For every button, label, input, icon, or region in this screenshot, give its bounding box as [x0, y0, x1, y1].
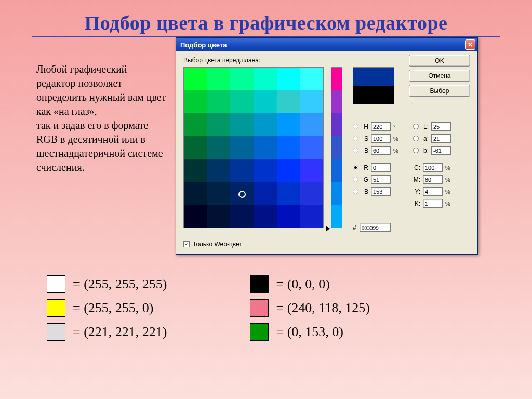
radio-g[interactable]	[353, 177, 358, 182]
palette-swatch[interactable]	[300, 182, 323, 205]
palette-swatch[interactable]	[207, 205, 231, 228]
ok-button[interactable]: OK	[409, 55, 470, 66]
palette-swatch[interactable]	[230, 68, 254, 90]
color-picker-dialog: Подбор цвета ✕ Выбор цвета перед.плана: …	[176, 37, 478, 255]
palette-swatch[interactable]	[300, 113, 323, 136]
input-l[interactable]	[431, 122, 451, 131]
palette-swatch[interactable]	[207, 136, 231, 159]
palette-swatch[interactable]	[230, 182, 254, 205]
cancel-button[interactable]: Отмена	[409, 70, 470, 82]
palette-swatch[interactable]	[300, 68, 323, 90]
input-g[interactable]	[371, 175, 391, 184]
label-bv: B	[361, 147, 368, 154]
palette-swatch[interactable]	[207, 68, 231, 90]
palette-swatch[interactable]	[184, 136, 207, 159]
palette-swatch[interactable]	[230, 159, 254, 182]
input-y[interactable]	[423, 187, 443, 196]
color-palette[interactable]	[183, 67, 324, 228]
slide-title: Подбор цвета в графическом редакторе	[0, 0, 532, 34]
input-m[interactable]	[423, 175, 443, 184]
label-g: G	[361, 176, 368, 183]
palette-swatch[interactable]	[300, 205, 323, 228]
palette-swatch[interactable]	[277, 90, 300, 113]
color-sample: = (255, 255, 255)	[47, 275, 167, 293]
hue-swatch[interactable]	[331, 113, 342, 136]
palette-swatch[interactable]	[254, 159, 277, 182]
palette-swatch[interactable]	[207, 159, 231, 182]
palette-swatch[interactable]	[277, 182, 300, 205]
hue-swatch[interactable]	[331, 182, 342, 205]
input-b[interactable]	[431, 146, 451, 155]
palette-swatch[interactable]	[277, 205, 300, 228]
input-r[interactable]	[371, 163, 391, 172]
palette-swatch[interactable]	[207, 90, 231, 113]
checkbox-web-only[interactable]	[183, 241, 190, 247]
palette-swatch[interactable]	[254, 113, 277, 136]
palette-swatch[interactable]	[184, 205, 207, 228]
radio-blue[interactable]	[353, 189, 358, 194]
palette-swatch[interactable]	[277, 113, 300, 136]
radio-b[interactable]	[413, 148, 419, 153]
hue-swatch[interactable]	[331, 205, 342, 228]
palette-swatch[interactable]	[184, 182, 207, 205]
palette-swatch[interactable]	[207, 113, 231, 136]
palette-swatch[interactable]	[277, 68, 300, 90]
radio-a[interactable]	[413, 136, 419, 141]
field-label: Выбор цвета перед.плана:	[183, 57, 260, 64]
unit-pct6: %	[445, 201, 450, 207]
palette-swatch[interactable]	[300, 159, 323, 182]
palette-swatch[interactable]	[254, 182, 277, 205]
radio-h[interactable]	[353, 124, 358, 129]
select-button[interactable]: Выбор	[409, 85, 470, 97]
palette-swatch[interactable]	[207, 182, 231, 205]
label-b: b:	[421, 147, 429, 154]
palette-swatch[interactable]	[277, 136, 300, 159]
color-sample: = (221, 221, 221)	[47, 323, 167, 341]
label-y: Y:	[413, 188, 420, 195]
input-hex[interactable]	[360, 223, 391, 232]
sample-swatch	[250, 323, 269, 341]
palette-swatch[interactable]	[300, 136, 323, 159]
sample-swatch	[47, 323, 65, 341]
palette-swatch[interactable]	[184, 159, 207, 182]
label-s: S	[361, 135, 368, 142]
palette-swatch[interactable]	[254, 205, 277, 228]
radio-l[interactable]	[413, 124, 419, 129]
radio-bv[interactable]	[353, 148, 358, 153]
preview-new	[353, 68, 394, 86]
palette-swatch[interactable]	[184, 113, 207, 136]
radio-s[interactable]	[353, 136, 358, 141]
input-bv[interactable]	[371, 146, 391, 155]
palette-swatch[interactable]	[254, 90, 277, 113]
dialog-titlebar[interactable]: Подбор цвета ✕	[176, 38, 477, 51]
color-sample: = (0, 0, 0)	[250, 275, 370, 293]
palette-swatch[interactable]	[254, 68, 277, 90]
close-icon[interactable]: ✕	[465, 39, 475, 50]
input-k[interactable]	[423, 199, 443, 208]
palette-swatch[interactable]	[254, 136, 277, 159]
input-s[interactable]	[371, 134, 391, 143]
palette-swatch[interactable]	[184, 90, 207, 113]
hash-label: #	[353, 224, 356, 231]
palette-swatch[interactable]	[230, 205, 254, 228]
input-blue[interactable]	[371, 187, 391, 196]
hue-swatch[interactable]	[331, 136, 342, 159]
radio-r[interactable]	[353, 165, 358, 170]
hue-swatch[interactable]	[331, 90, 342, 113]
palette-swatch[interactable]	[230, 90, 254, 113]
label-r: R	[361, 164, 368, 171]
input-a[interactable]	[431, 134, 451, 143]
preview-old	[353, 86, 394, 104]
palette-swatch[interactable]	[230, 113, 254, 136]
hue-swatch[interactable]	[331, 159, 342, 182]
hue-swatch[interactable]	[331, 68, 342, 90]
value-inputs: H° L: S% a: B% b: R C:% G M:% B Y:%	[353, 122, 470, 211]
palette-swatch[interactable]	[184, 68, 207, 90]
palette-swatch[interactable]	[300, 90, 323, 113]
palette-swatch[interactable]	[230, 136, 254, 159]
palette-swatch[interactable]	[277, 159, 300, 182]
hue-strip[interactable]	[331, 67, 342, 228]
web-only-label: Только Web-цвет	[193, 241, 242, 248]
input-c[interactable]	[423, 163, 443, 172]
input-h[interactable]	[371, 122, 391, 131]
